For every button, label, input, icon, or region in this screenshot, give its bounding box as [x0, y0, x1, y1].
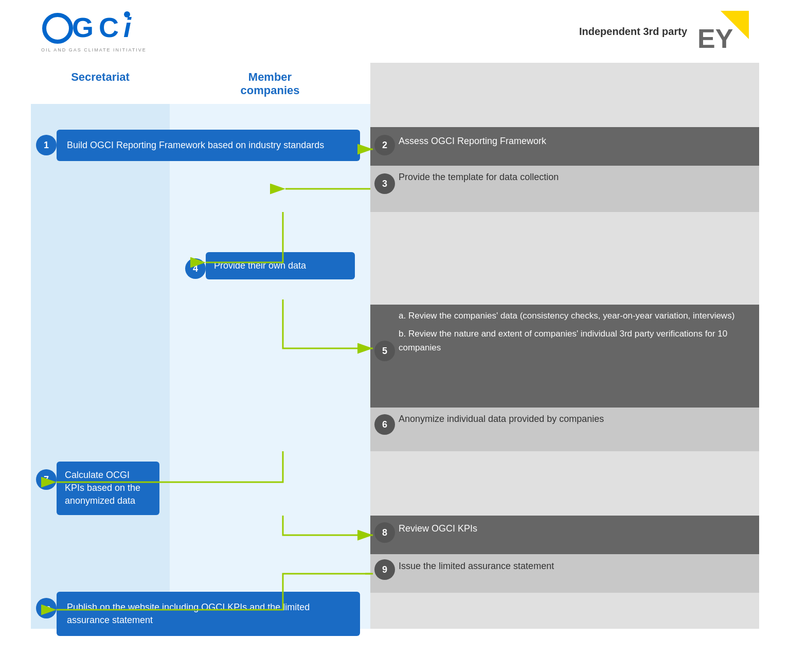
svg-point-4 — [124, 11, 130, 17]
step-8-text: Review OGCI KPIs — [399, 523, 749, 534]
header: G C i OIL AND GAS CLIMATE INITIATIVE Ind… — [0, 0, 790, 58]
ey-triangle-svg: EY — [697, 11, 749, 52]
step-9-text: Issue the limited assurance statement — [399, 561, 749, 572]
diagram-wrapper: Secretariat Member companies 1 Build OGC… — [31, 63, 759, 629]
step-1-circle: 1 — [36, 135, 57, 155]
step-2-circle: 2 — [374, 135, 395, 155]
ey-logo: EY — [697, 11, 749, 52]
svg-text:G: G — [72, 12, 94, 43]
step-3-text: Provide the template for data collection — [399, 171, 749, 184]
secretariat-header: Secretariat — [31, 63, 170, 89]
member-column-bg — [170, 104, 370, 629]
step-7-box: Calculate OCGI KPIs based on the anonymi… — [57, 462, 159, 515]
step-9-circle: 9 — [374, 559, 395, 580]
ogci-logo-svg: G C i — [42, 10, 145, 46]
independent-label: Independent 3rd party — [579, 26, 687, 38]
ogci-logo: G C i OIL AND GAS CLIMATE INITIATIVE — [41, 10, 147, 52]
step-4-box: Provide their own data — [206, 252, 355, 279]
step-8-circle: 8 — [374, 522, 395, 543]
header-right: Independent 3rd party EY — [579, 11, 749, 52]
secretariat-column-bg — [31, 104, 170, 629]
svg-text:EY: EY — [697, 24, 733, 52]
ogci-subtitle: OIL AND GAS CLIMATE INITIATIVE — [41, 47, 147, 52]
svg-point-0 — [44, 15, 71, 42]
step-10-box: Publish on the website including OGCI KP… — [57, 592, 360, 636]
step-7-circle: 7 — [36, 469, 57, 490]
step-9-bg — [370, 554, 759, 593]
svg-text:C: C — [99, 12, 119, 43]
step-2-text: Assess OGCI Reporting Framework — [399, 135, 749, 148]
step-1-box: Build OGCI Reporting Framework based on … — [57, 130, 360, 161]
member-header: Member companies — [170, 63, 370, 102]
step-8-bg — [370, 516, 759, 554]
step-5-text: a. Review the companies' data (consisten… — [399, 309, 749, 355]
step-6-text: Anonymize individual data provided by co… — [399, 413, 749, 426]
step-10-circle: 10 — [36, 598, 57, 618]
step-5-circle: 5 — [374, 341, 395, 361]
step-4-circle: 4 — [185, 258, 206, 279]
step-3-circle: 3 — [374, 173, 395, 194]
step-6-circle: 6 — [374, 414, 395, 435]
